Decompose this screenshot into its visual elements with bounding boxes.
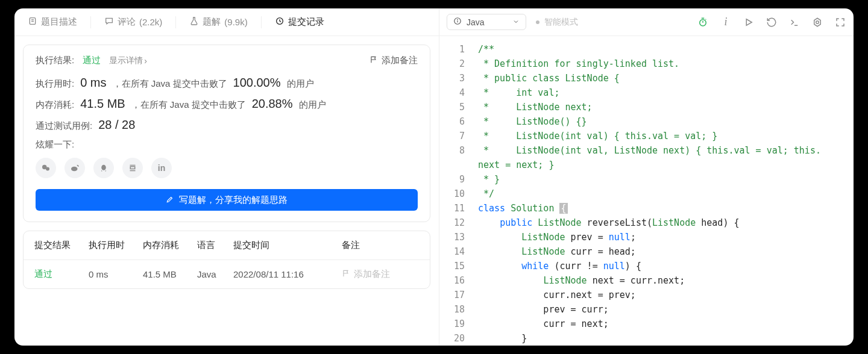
tab-count: (9.9k) <box>224 17 247 27</box>
weibo-icon[interactable] <box>64 158 85 178</box>
info-icon[interactable]: i <box>720 16 732 28</box>
submissions-table: 提交结果 执行用时 内存消耗 语言 提交时间 备注 通过 0 ms 41.5 M… <box>23 231 430 289</box>
tab-label: 提交记录 <box>288 16 324 28</box>
result-header-left: 执行结果: 通过 显示详情 › <box>36 55 147 66</box>
share-label: 炫耀一下: <box>36 139 418 151</box>
svg-point-18 <box>816 20 819 23</box>
table-row[interactable]: 通过 0 ms 41.5 MB Java 2022/08/11 11:16 添加… <box>24 260 430 288</box>
chevron-down-icon <box>512 17 520 27</box>
settings-icon[interactable] <box>811 16 823 28</box>
show-details-link[interactable]: 显示详情 › <box>109 55 147 66</box>
write-solution-label: 写题解，分享我的解题思路 <box>179 194 288 206</box>
chevron-right-icon: › <box>144 56 147 66</box>
memory-value: 41.5 MB <box>80 97 125 111</box>
result-header-row: 执行结果: 通过 显示详情 › 添加备注 <box>36 55 418 66</box>
smart-mode-indicator[interactable]: 智能模式 <box>536 17 578 28</box>
th-runtime: 执行用时 <box>89 240 143 251</box>
memory-line: 内存消耗: 41.5 MB ，在所有 Java 提交中击败了 20.88% 的用… <box>36 97 418 111</box>
runtime-mid: ，在所有 Java 提交中击败了 <box>113 78 227 90</box>
runtime-value: 0 ms <box>80 76 106 90</box>
fullscreen-icon[interactable] <box>834 16 846 28</box>
add-note-label: 添加备注 <box>382 55 418 66</box>
runtime-label: 执行用时: <box>36 78 74 90</box>
flask-icon <box>189 16 199 28</box>
td-result: 通过 <box>34 269 89 280</box>
write-solution-button[interactable]: 写题解，分享我的解题思路 <box>36 189 418 211</box>
timer-icon[interactable] <box>697 16 709 28</box>
status-badge: 通过 <box>83 55 101 66</box>
left-content: 执行结果: 通过 显示详情 › 添加备注 <box>14 36 439 289</box>
runtime-suffix: 的用户 <box>287 78 314 90</box>
tab-solutions[interactable]: 题解 (9.9k) <box>176 8 260 36</box>
th-result: 提交结果 <box>34 240 89 251</box>
result-card: 执行结果: 通过 显示详情 › 添加备注 <box>23 45 430 222</box>
svg-marker-15 <box>746 19 752 25</box>
svg-point-13 <box>458 19 458 20</box>
memory-mid: ，在所有 Java 提交中击败了 <box>131 99 246 111</box>
svg-point-5 <box>46 167 49 171</box>
runtime-pct: 100.00% <box>233 76 281 90</box>
info-icon <box>453 17 462 27</box>
share-icons-row: in <box>36 158 418 178</box>
run-icon[interactable] <box>743 16 755 28</box>
smart-mode-label: 智能模式 <box>544 17 578 28</box>
table-header-row: 提交结果 执行用时 内存消耗 语言 提交时间 备注 <box>24 231 430 260</box>
memory-pct: 20.88% <box>252 97 293 111</box>
th-memory: 内存消耗 <box>143 240 197 251</box>
svg-marker-17 <box>814 18 821 26</box>
terminal-icon[interactable] <box>788 16 800 28</box>
editor-toolbar: Java 智能模式 i <box>439 8 854 36</box>
th-time: 提交时间 <box>233 240 342 251</box>
document-icon <box>28 16 37 28</box>
exec-result-label: 执行结果: <box>36 55 74 66</box>
pencil-icon <box>166 195 174 205</box>
reset-icon[interactable] <box>766 16 778 28</box>
memory-label: 内存消耗: <box>36 99 74 111</box>
testcases-value: 28 / 28 <box>98 118 135 132</box>
td-memory: 41.5 MB <box>143 269 197 279</box>
memory-suffix: 的用户 <box>299 99 326 111</box>
runtime-line: 执行用时: 0 ms ，在所有 Java 提交中击败了 100.00% 的用户 <box>36 76 418 90</box>
douban-icon[interactable] <box>122 158 143 178</box>
tab-bar: 题目描述 评论 (2.2k) 题解 (9.9k) <box>14 8 439 36</box>
tab-label: 题目描述 <box>41 16 77 28</box>
toolbar-actions: i <box>697 16 846 28</box>
tab-count: (2.2k) <box>139 17 162 27</box>
tab-comments[interactable]: 评论 (2.2k) <box>91 8 175 36</box>
td-time: 2022/08/11 11:16 <box>233 269 342 279</box>
language-selector[interactable]: Java <box>447 14 526 30</box>
svg-rect-9 <box>130 167 135 169</box>
language-label: Java <box>467 17 485 27</box>
dot-icon <box>536 20 539 24</box>
testcases-label: 通过测试用例: <box>36 120 92 132</box>
td-runtime: 0 ms <box>89 269 143 279</box>
tab-label: 题解 <box>203 16 221 28</box>
clock-icon <box>275 16 285 28</box>
td-note[interactable]: 添加备注 <box>342 269 419 280</box>
td-language: Java <box>197 269 233 279</box>
td-note-text: 添加备注 <box>354 269 390 280</box>
svg-point-7 <box>101 165 106 170</box>
tab-description[interactable]: 题目描述 <box>14 8 90 36</box>
line-number-gutter: 1234567891011121314151617181920 <box>439 36 473 346</box>
tab-label: 评论 <box>118 16 136 28</box>
svg-point-6 <box>71 167 78 172</box>
code-area[interactable]: /** * Definition for singly-linked list.… <box>473 36 854 346</box>
add-note-button[interactable]: 添加备注 <box>370 55 418 66</box>
right-pane: Java 智能模式 i 1234567891011121314 <box>439 8 854 346</box>
show-details-text: 显示详情 <box>109 55 143 66</box>
qq-icon[interactable] <box>93 158 114 178</box>
th-note: 备注 <box>342 240 419 251</box>
flag-icon <box>342 269 350 279</box>
app-window: 题目描述 评论 (2.2k) 题解 (9.9k) <box>14 8 854 346</box>
th-language: 语言 <box>197 240 233 251</box>
tab-submissions[interactable]: 提交记录 <box>262 8 338 36</box>
testcases-line: 通过测试用例: 28 / 28 <box>36 118 418 132</box>
linkedin-icon[interactable]: in <box>151 158 172 178</box>
wechat-icon[interactable] <box>36 158 56 178</box>
flag-icon <box>370 55 378 66</box>
left-pane: 题目描述 评论 (2.2k) 题解 (9.9k) <box>14 8 439 346</box>
code-editor[interactable]: 1234567891011121314151617181920 /** * De… <box>439 36 854 346</box>
comment-icon <box>104 16 114 28</box>
